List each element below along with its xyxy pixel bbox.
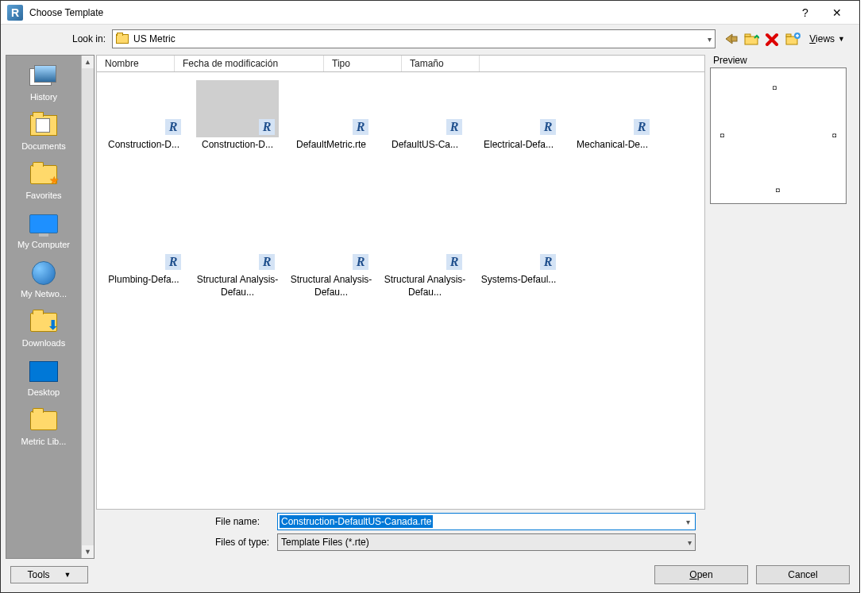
file-item[interactable]: RStructural Analysis-Defau... xyxy=(191,212,284,347)
tools-dropdown[interactable]: Tools ▼ xyxy=(10,566,88,583)
cancel-button[interactable]: Cancel xyxy=(756,565,850,584)
scroll-track[interactable] xyxy=(82,68,94,545)
close-button[interactable]: ✕ xyxy=(821,2,853,24)
file-item[interactable]: RPlumbing-Defa... xyxy=(97,212,191,347)
places-mycomputer[interactable]: My Computer xyxy=(8,205,79,254)
chevron-down-icon[interactable]: ▾ xyxy=(688,538,692,547)
preview-pane: Preview ◘ ◘ ◘ ◘ xyxy=(710,53,851,560)
places-desktop-label: Desktop xyxy=(28,387,60,397)
file-label: Systems-Defaul... xyxy=(481,274,557,287)
file-area: Nombre Fecha de modificación Tipo Tamaño… xyxy=(96,55,705,559)
revit-file-icon: R xyxy=(540,254,556,270)
places-history-label: History xyxy=(30,92,57,102)
places-favorites-label: Favorites xyxy=(25,191,61,200)
file-label: Construction-D... xyxy=(202,139,273,152)
dialog-body: Look in: US Metric ▾ xyxy=(1,25,859,592)
preview-mark-icon: ◘ xyxy=(832,132,836,139)
file-item[interactable]: RMechanical-De... xyxy=(565,77,659,212)
places-metriclib[interactable]: Metric Lib... xyxy=(8,402,79,451)
revit-file-icon: R xyxy=(446,119,462,135)
places-bar: History Documents ★ Favorites My Compute… xyxy=(6,55,95,559)
revit-file-icon: R xyxy=(353,119,368,135)
revit-file-icon: R xyxy=(634,119,650,135)
file-item[interactable]: RDefaultMetric.rte xyxy=(284,77,378,212)
col-name[interactable]: Nombre xyxy=(97,56,175,71)
tools-label-rest: ools xyxy=(33,569,50,580)
chevron-down-icon[interactable]: ▾ xyxy=(681,518,695,526)
col-type[interactable]: Tipo xyxy=(324,56,402,71)
svg-rect-2 xyxy=(745,34,750,37)
revit-app-icon: R xyxy=(7,5,23,21)
revit-file-icon: R xyxy=(165,119,181,135)
filename-input[interactable]: Construction-DefaultUS-Canada.rte ▾ xyxy=(277,513,696,530)
file-item[interactable]: RDefaultUS-Ca... xyxy=(378,77,472,212)
preview-mark-icon: ◘ xyxy=(720,132,724,139)
back-button[interactable] xyxy=(722,30,739,48)
choose-template-dialog: R Choose Template ? ✕ Look in: US Metric… xyxy=(0,0,860,593)
places-mynetwork-label: My Netwo... xyxy=(21,289,67,298)
dialog-title: Choose Template xyxy=(29,7,789,18)
places-mycomputer-label: My Computer xyxy=(17,240,70,249)
places-desktop[interactable]: Desktop xyxy=(8,352,79,402)
file-item-selected[interactable]: RConstruction-D... xyxy=(191,77,284,212)
places-downloads-label: Downloads xyxy=(22,338,65,348)
scroll-up-icon[interactable]: ▲ xyxy=(82,56,94,68)
up-folder-button[interactable] xyxy=(743,30,760,48)
file-label: Structural Analysis-Defau... xyxy=(380,274,470,298)
file-label: Mechanical-De... xyxy=(577,139,648,152)
filetype-dropdown[interactable]: Template Files (*.rte) ▾ xyxy=(277,533,696,551)
file-item[interactable]: RStructural Analysis-Defau... xyxy=(284,212,378,347)
preview-label: Preview xyxy=(710,53,851,67)
open-button[interactable]: Open xyxy=(654,565,748,584)
folder-icon xyxy=(116,34,129,44)
file-item[interactable]: RElectrical-Defa... xyxy=(472,77,565,212)
file-list-header: Nombre Fecha de modificación Tipo Tamaño xyxy=(96,55,705,72)
revit-file-icon: R xyxy=(353,254,368,270)
places-documents-label: Documents xyxy=(21,141,66,151)
filename-value: Construction-DefaultUS-Canada.rte xyxy=(280,515,433,528)
titlebar: R Choose Template ? ✕ xyxy=(1,1,859,25)
revit-file-icon: R xyxy=(259,254,275,270)
delete-button[interactable] xyxy=(763,30,781,48)
places-downloads[interactable]: ⬇ Downloads xyxy=(8,303,79,352)
places-scrollbar[interactable]: ▲ ▼ xyxy=(81,56,94,558)
svg-rect-0 xyxy=(731,37,737,41)
preview-mark-icon: ◘ xyxy=(776,187,780,194)
lookin-label: Look in: xyxy=(1,33,112,44)
file-list[interactable]: RConstruction-D... RConstruction-D... RD… xyxy=(96,72,705,510)
scroll-down-icon[interactable]: ▼ xyxy=(82,545,94,558)
views-dropdown[interactable]: Views ▼ xyxy=(804,33,850,44)
places-favorites[interactable]: ★ Favorites xyxy=(8,156,79,205)
filetype-label: Files of type: xyxy=(215,537,277,548)
revit-file-icon: R xyxy=(446,254,462,270)
places-mynetwork[interactable]: My Netwo... xyxy=(8,254,79,303)
chevron-down-icon: ▼ xyxy=(838,35,845,43)
file-item[interactable]: RConstruction-D... xyxy=(97,77,191,212)
col-size[interactable]: Tamaño xyxy=(402,56,480,71)
lookin-value: US Metric xyxy=(133,33,176,44)
footer: Tools ▼ Open Cancel xyxy=(1,560,859,592)
file-label: Electrical-Defa... xyxy=(484,139,554,152)
chevron-down-icon: ▼ xyxy=(64,571,71,579)
toolbar-icons: Views ▼ xyxy=(722,30,850,48)
file-label: Structural Analysis-Defau... xyxy=(286,274,376,298)
lookin-dropdown[interactable]: US Metric ▾ xyxy=(112,29,716,48)
file-item[interactable]: RStructural Analysis-Defau... xyxy=(378,212,472,347)
places-documents[interactable]: Documents xyxy=(8,106,79,156)
revit-file-icon: R xyxy=(165,254,181,270)
file-label: Structural Analysis-Defau... xyxy=(192,274,283,298)
middle-area: History Documents ★ Favorites My Compute… xyxy=(1,53,859,560)
filetype-value: Template Files (*.rte) xyxy=(281,537,369,548)
new-folder-button[interactable] xyxy=(784,30,801,48)
revit-file-icon: R xyxy=(259,119,275,135)
preview-box: ◘ ◘ ◘ ◘ xyxy=(710,67,847,204)
places-history[interactable]: History xyxy=(8,57,79,106)
file-item[interactable]: RSystems-Defaul... xyxy=(472,212,565,347)
file-label: Plumbing-Defa... xyxy=(108,274,179,287)
bottom-fields: File name: Construction-DefaultUS-Canada… xyxy=(96,510,705,559)
col-date[interactable]: Fecha de modificación xyxy=(175,56,324,71)
file-label: Construction-D... xyxy=(108,139,179,152)
views-label-rest: iews xyxy=(816,33,835,44)
revit-file-icon: R xyxy=(540,119,556,135)
help-button[interactable]: ? xyxy=(789,2,821,24)
